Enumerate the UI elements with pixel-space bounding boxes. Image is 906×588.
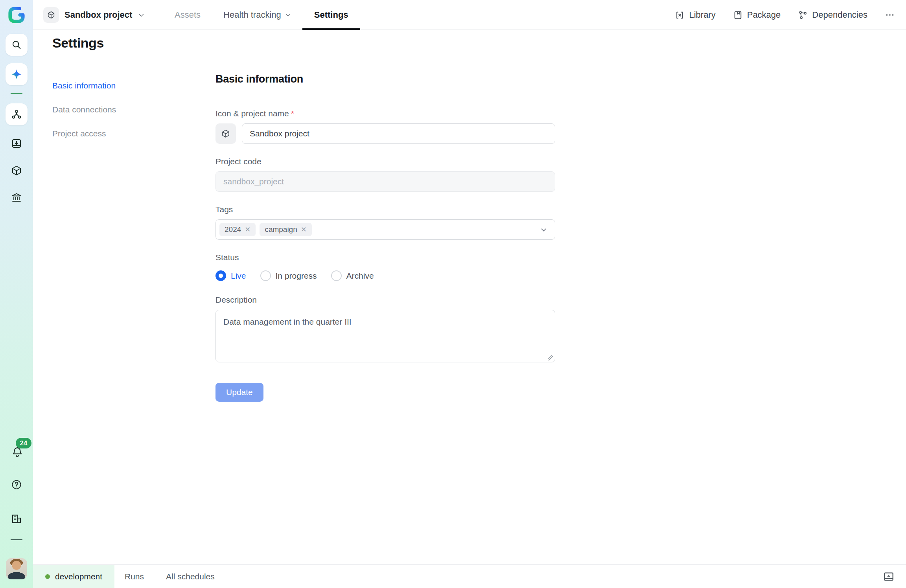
required-asterisk: *: [291, 109, 294, 118]
library-label: Library: [689, 10, 715, 20]
description-field-label: Description: [215, 295, 555, 305]
help-icon: [11, 479, 22, 491]
panel-expand-icon: [882, 570, 895, 583]
storage-button[interactable]: [11, 191, 22, 203]
project-selector[interactable]: Sandbox project: [43, 0, 145, 30]
tab-assets[interactable]: Assets: [175, 0, 201, 30]
search-button[interactable]: [6, 34, 28, 56]
book-icon: [733, 10, 743, 20]
settings-nav-project-access[interactable]: Project access: [52, 128, 116, 140]
user-avatar[interactable]: [6, 558, 27, 579]
tags-input[interactable]: 2024 ✕ campaign ✕: [215, 219, 555, 240]
tag-label: 2024: [225, 225, 241, 234]
environment-tab-development[interactable]: development: [33, 565, 114, 588]
update-button[interactable]: Update: [215, 383, 263, 402]
settings-nav-data-connections[interactable]: Data connections: [52, 104, 116, 116]
import-button[interactable]: [11, 138, 22, 149]
dependencies-button[interactable]: Dependencies: [798, 10, 867, 20]
radio-unselected-icon[interactable]: [331, 270, 342, 281]
organization-button[interactable]: [11, 513, 22, 525]
notification-badge: 24: [16, 438, 31, 448]
environment-label: development: [55, 572, 102, 581]
bottom-bar: development Runs All schedules: [33, 564, 906, 588]
status-archive-label: Archive: [346, 271, 374, 281]
tag-chip: 2024 ✕: [219, 223, 256, 236]
basic-information-form: Basic information Icon & project name* P…: [215, 73, 555, 402]
package-button[interactable]: Package: [733, 10, 781, 20]
sidebar: 24: [0, 0, 33, 588]
tab-health-tracking-label: Health tracking: [223, 10, 281, 20]
ai-sparkle-icon: [11, 68, 22, 80]
tab-health-tracking[interactable]: Health tracking: [223, 0, 291, 30]
app-logo[interactable]: [6, 5, 27, 25]
library-button[interactable]: Library: [675, 10, 715, 20]
chevron-down-icon: [138, 11, 145, 19]
tab-settings-label: Settings: [314, 10, 348, 20]
brackets-x-icon: [675, 10, 685, 20]
dependencies-label: Dependencies: [812, 10, 867, 20]
status-radio-group: Live In progress Archive: [215, 270, 555, 281]
status-option-in-progress[interactable]: In progress: [260, 270, 317, 281]
tag-remove-icon[interactable]: ✕: [301, 226, 307, 233]
flow-icon: [11, 109, 22, 120]
tab-settings[interactable]: Settings: [314, 0, 348, 30]
code-field-label: Project code: [215, 157, 555, 166]
top-bar: Sandbox project Assets Health tracking S…: [33, 0, 906, 30]
page-title: Settings: [52, 35, 104, 51]
help-button[interactable]: [11, 479, 22, 491]
status-option-archive[interactable]: Archive: [331, 270, 374, 281]
status-field-label: Status: [215, 253, 555, 262]
project-cube-icon: [47, 11, 55, 19]
expand-panel-button[interactable]: [882, 570, 895, 583]
radio-selected-icon[interactable]: [215, 270, 226, 281]
name-label-text: Icon & project name: [215, 109, 289, 118]
tags-field-label: Tags: [215, 205, 555, 214]
ai-assistant-button[interactable]: [6, 63, 28, 85]
sidebar-divider: [11, 93, 22, 94]
components-button[interactable]: [11, 165, 22, 176]
tag-remove-icon[interactable]: ✕: [245, 226, 250, 233]
organization-icon: [11, 513, 22, 525]
chevron-down-icon: [285, 12, 291, 18]
project-icon-chip: [43, 7, 59, 23]
runs-link[interactable]: Runs: [125, 572, 144, 581]
search-icon: [11, 39, 22, 50]
tag-label: campaign: [265, 225, 297, 234]
project-name-input[interactable]: [242, 123, 555, 144]
project-icon-picker[interactable]: [215, 123, 236, 144]
settings-nav-basic-information[interactable]: Basic information: [52, 80, 116, 92]
logo-icon: [6, 5, 27, 25]
main-tabs: Assets Health tracking Settings: [175, 0, 348, 30]
flows-button[interactable]: [6, 103, 28, 125]
status-option-live[interactable]: Live: [215, 270, 246, 281]
all-schedules-link[interactable]: All schedules: [166, 572, 215, 581]
project-cube-icon: [221, 129, 230, 138]
radio-unselected-icon[interactable]: [260, 270, 271, 281]
package-cube-icon: [11, 165, 22, 176]
tags-dropdown-toggle[interactable]: [540, 226, 548, 234]
description-textarea[interactable]: Data management in the quarter III: [215, 310, 555, 362]
name-field-label: Icon & project name*: [215, 109, 555, 118]
sidebar-divider-bottom: [11, 539, 22, 540]
project-code-input[interactable]: [215, 171, 555, 192]
project-name: Sandbox project: [64, 10, 132, 20]
chevron-down-icon: [540, 226, 548, 234]
environment-status-dot: [45, 574, 50, 579]
settings-nav: Basic information Data connections Proje…: [52, 80, 116, 140]
top-actions: Library Package Dependencies: [675, 0, 895, 30]
bank-icon: [11, 191, 22, 203]
status-in-progress-label: In progress: [276, 271, 317, 281]
tab-assets-label: Assets: [175, 10, 201, 20]
tag-chip: campaign ✕: [260, 223, 311, 236]
ellipsis-icon[interactable]: [885, 10, 895, 20]
graph-nodes-icon: [798, 10, 808, 20]
status-live-label: Live: [231, 271, 246, 281]
form-heading: Basic information: [215, 73, 555, 85]
main-content: Settings Basic information Data connecti…: [33, 30, 906, 564]
package-label: Package: [747, 10, 781, 20]
import-tray-icon: [11, 138, 22, 149]
